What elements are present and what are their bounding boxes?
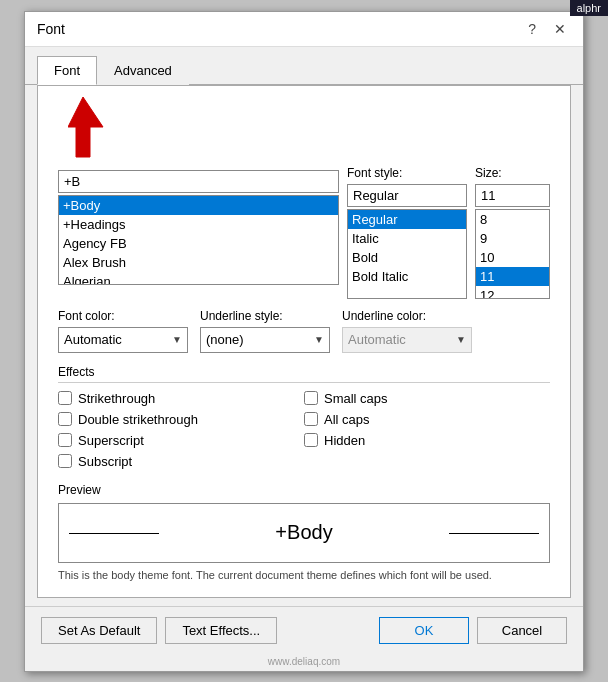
watermark: www.deliaq.com [25,654,583,671]
font-style-label: Font style: [347,166,467,180]
small-caps-label: Small caps [324,391,388,406]
list-item[interactable]: Regular [348,210,466,229]
tab-content: +Body +Headings Agency FB Alex Brush Alg… [37,85,571,598]
help-button[interactable]: ? [523,20,541,38]
small-caps-input[interactable] [304,391,318,405]
preview-description: This is the body theme font. The current… [58,569,550,581]
subscript-checkbox[interactable]: Subscript [58,454,304,469]
font-color-value: Automatic [64,332,122,347]
alphr-badge: alphr [570,0,608,16]
tabs-container: Font Advanced [25,47,583,85]
svg-marker-0 [68,97,103,157]
font-color-group: Font color: Automatic ▼ [58,309,188,353]
small-caps-checkbox[interactable]: Small caps [304,391,550,406]
list-item[interactable]: Bold [348,248,466,267]
superscript-input[interactable] [58,433,72,447]
list-item[interactable]: 10 [476,248,549,267]
text-effects-button[interactable]: Text Effects... [165,617,277,644]
cancel-button[interactable]: Cancel [477,617,567,644]
color-row: Font color: Automatic ▼ Underline style:… [58,309,550,353]
font-name-group: +Body +Headings Agency FB Alex Brush Alg… [58,166,339,285]
dialog: Font ? ✕ Font Advanced [24,11,584,672]
set-as-default-button[interactable]: Set As Default [41,617,157,644]
double-strikethrough-label: Double strikethrough [78,412,198,427]
ok-button[interactable]: OK [379,617,469,644]
preview-title: Preview [58,483,550,497]
list-item[interactable]: Bold Italic [348,267,466,286]
all-caps-label: All caps [324,412,370,427]
preview-text: +Body [275,521,332,544]
double-strikethrough-input[interactable] [58,412,72,426]
tab-advanced[interactable]: Advanced [97,56,189,85]
superscript-label: Superscript [78,433,144,448]
underline-color-dropdown[interactable]: Automatic ▼ [342,327,472,353]
font-name-list[interactable]: +Body +Headings Agency FB Alex Brush Alg… [58,195,339,285]
underline-style-dropdown[interactable]: (none) ▼ [200,327,330,353]
font-style-list[interactable]: Regular Italic Bold Bold Italic [347,209,467,299]
effects-grid: Strikethrough Small caps Double striketh… [58,391,550,469]
list-item[interactable]: Agency FB [59,234,338,253]
font-style-input[interactable] [347,184,467,207]
font-size-input[interactable] [475,184,550,207]
underline-style-value: (none) [206,332,244,347]
underline-color-label: Underline color: [342,309,472,323]
subscript-label: Subscript [78,454,132,469]
subscript-input[interactable] [58,454,72,468]
hidden-checkbox[interactable]: Hidden [304,433,550,448]
list-item[interactable]: +Body [59,196,338,215]
hidden-label: Hidden [324,433,365,448]
list-item[interactable]: 9 [476,229,549,248]
font-size-label: Size: [475,166,550,180]
preview-box: +Body [58,503,550,563]
underline-color-dropdown-arrow: ▼ [456,334,466,345]
list-item[interactable]: 11 [476,267,549,286]
font-color-dropdown-arrow: ▼ [172,334,182,345]
font-size-group: Size: 8 9 10 11 12 [475,166,550,299]
dialog-title: Font [37,21,65,37]
list-item[interactable]: Alex Brush [59,253,338,272]
all-caps-input[interactable] [304,412,318,426]
hidden-input[interactable] [304,433,318,447]
list-item[interactable]: +Headings [59,215,338,234]
font-color-dropdown[interactable]: Automatic ▼ [58,327,188,353]
double-strikethrough-checkbox[interactable]: Double strikethrough [58,412,304,427]
list-item[interactable]: Algerian [59,272,338,285]
strikethrough-checkbox[interactable]: Strikethrough [58,391,304,406]
underline-color-group: Underline color: Automatic ▼ [342,309,472,353]
underline-style-label: Underline style: [200,309,330,323]
font-style-group: Font style: Regular Italic Bold Bold Ita… [347,166,467,299]
list-item[interactable]: Italic [348,229,466,248]
font-color-label: Font color: [58,309,188,323]
font-name-input[interactable] [58,170,339,193]
tab-font[interactable]: Font [37,56,97,85]
arrow-annotation-area [58,102,550,162]
close-button[interactable]: ✕ [549,20,571,38]
underline-style-dropdown-arrow: ▼ [314,334,324,345]
font-size-list[interactable]: 8 9 10 11 12 [475,209,550,299]
red-arrow-icon [68,92,158,162]
title-bar: Font ? ✕ [25,12,583,47]
button-bar: Set As Default Text Effects... OK Cancel [25,606,583,654]
effects-title: Effects [58,365,550,383]
underline-style-group: Underline style: (none) ▼ [200,309,330,353]
font-fields-row: +Body +Headings Agency FB Alex Brush Alg… [58,166,550,299]
preview-section: Preview +Body This is the body theme fon… [58,483,550,581]
all-caps-checkbox[interactable]: All caps [304,412,550,427]
superscript-checkbox[interactable]: Superscript [58,433,304,448]
effects-section: Effects Strikethrough Small caps Double … [58,365,550,469]
strikethrough-label: Strikethrough [78,391,155,406]
underline-color-value: Automatic [348,332,406,347]
list-item[interactable]: 8 [476,210,549,229]
strikethrough-input[interactable] [58,391,72,405]
list-item[interactable]: 12 [476,286,549,299]
